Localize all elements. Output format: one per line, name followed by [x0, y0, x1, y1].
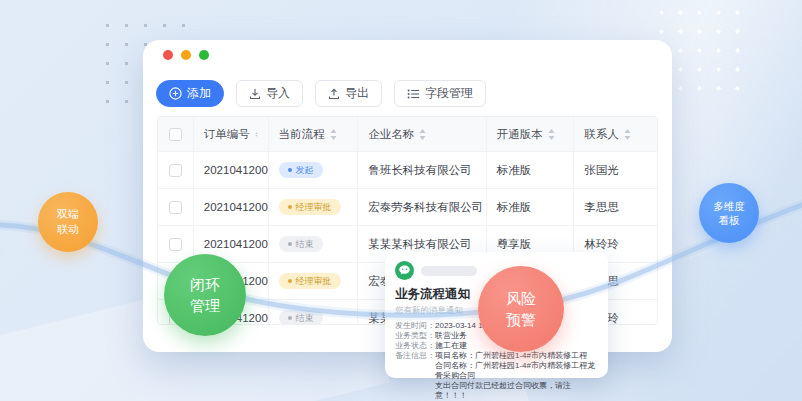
window-traffic-lights	[163, 50, 209, 60]
table-row[interactable]: 20210412002 经理审批 宏泰劳务科技有限公司 标准版 李思思	[158, 189, 657, 226]
column-header-label: 订单编号	[204, 127, 250, 142]
company-name: 鲁班长科技有限公司	[358, 152, 486, 188]
contact-name: 张国光	[574, 152, 657, 188]
wechat-icon	[395, 261, 414, 280]
column-header-company[interactable]: 企业名称	[358, 117, 486, 151]
field-list-icon	[407, 88, 420, 100]
order-number: 20210412002	[194, 189, 269, 225]
feature-bubble-closed-loop: 闭环 管理	[164, 254, 246, 336]
status-dot-icon	[288, 279, 292, 283]
status-dot-icon	[288, 168, 292, 172]
remark-line: 项目名称：广州碧桂园1-4#市内精装修工程	[435, 351, 598, 361]
column-header-label: 企业名称	[368, 127, 414, 142]
status-dot-icon	[288, 242, 292, 246]
status-badge: 经理审批	[279, 273, 341, 289]
status-badge: 结束	[279, 236, 323, 252]
plus-circle-icon	[169, 87, 182, 100]
field-label: 业务类型：	[395, 331, 435, 341]
status-dot-icon	[288, 205, 292, 209]
export-button-label: 导出	[345, 85, 369, 102]
traffic-light-red-icon	[163, 50, 173, 60]
sort-icon[interactable]	[419, 129, 426, 140]
field-label: 业务状态：	[395, 341, 435, 351]
column-header-process[interactable]: 当前流程	[269, 117, 359, 151]
export-button[interactable]: 导出	[315, 80, 382, 107]
row-checkbox[interactable]	[169, 238, 182, 251]
status-badge: 发起	[279, 162, 323, 178]
column-header-contact[interactable]: 联系人	[574, 117, 657, 151]
traffic-light-yellow-icon	[181, 50, 191, 60]
import-button[interactable]: 导入	[236, 80, 303, 107]
table-row[interactable]: 20210412001 发起 鲁班长科技有限公司 标准版 张国光	[158, 152, 657, 189]
field-label: 发生时间：	[395, 321, 435, 331]
export-icon	[328, 88, 340, 100]
import-icon	[249, 88, 261, 100]
contact-name: 李思思	[574, 189, 657, 225]
field-value: 联营业务	[435, 331, 467, 341]
sort-icon[interactable]	[255, 129, 258, 140]
column-header-order[interactable]: 订单编号	[194, 117, 269, 151]
remark-line: 支出合同付款已经超过合同收票，请注意！！！	[435, 381, 598, 401]
toolbar: 添加 导入 导出 字段管理	[156, 80, 486, 107]
status-badge: 结束	[279, 310, 323, 325]
column-header-label: 联系人	[584, 127, 619, 142]
feature-bubble-dual-end: 双端 联动	[38, 192, 98, 252]
remark-line: 合同名称：广州碧桂园1-4#市内精装修工程龙骨采购合同	[435, 361, 598, 381]
feature-bubble-dashboard: 多维度 看板	[699, 183, 759, 243]
column-header-label: 当前流程	[279, 127, 325, 142]
field-value: 施工在建	[435, 341, 467, 351]
status-badge: 经理审批	[279, 199, 341, 215]
field-manage-button[interactable]: 字段管理	[394, 80, 486, 107]
add-button-label: 添加	[187, 85, 211, 102]
version: 标准版	[487, 152, 575, 188]
select-all-checkbox[interactable]	[169, 128, 182, 141]
company-name: 宏泰劳务科技有限公司	[358, 189, 486, 225]
row-checkbox[interactable]	[169, 201, 182, 214]
field-manage-button-label: 字段管理	[425, 85, 473, 102]
column-header-label: 开通版本	[497, 127, 543, 142]
field-label: 备注信息：	[395, 351, 435, 401]
order-number: 20210412001	[194, 152, 269, 188]
sort-icon[interactable]	[330, 129, 337, 140]
version: 标准版	[487, 189, 575, 225]
feature-bubble-risk-warning: 风险 预警	[478, 266, 564, 352]
traffic-light-green-icon	[199, 50, 209, 60]
status-dot-icon	[288, 316, 292, 320]
sender-name-placeholder	[421, 266, 477, 276]
import-button-label: 导入	[266, 85, 290, 102]
sort-icon[interactable]	[624, 129, 631, 140]
row-checkbox[interactable]	[169, 164, 182, 177]
notification-remark: 备注信息： 项目名称：广州碧桂园1-4#市内精装修工程 合同名称：广州碧桂园1-…	[395, 351, 598, 401]
table-header-row: 订单编号 当前流程 企业名称 开通版本 联系人	[158, 117, 657, 152]
sort-icon[interactable]	[548, 129, 555, 140]
column-header-version[interactable]: 开通版本	[487, 117, 575, 151]
add-button[interactable]: 添加	[156, 80, 224, 107]
